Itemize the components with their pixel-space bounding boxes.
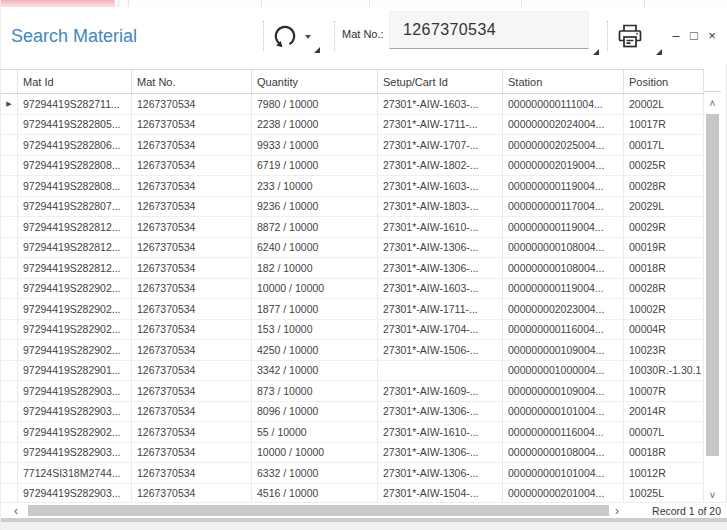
input-group-expand-icon[interactable] [593, 49, 599, 55]
row-selector-cell[interactable] [1, 238, 18, 259]
table-cell[interactable]: 1267370534 [132, 422, 252, 443]
table-cell[interactable]: 1267370534 [132, 402, 252, 423]
table-cell[interactable] [378, 361, 503, 382]
table-cell[interactable]: 00029R [624, 217, 704, 238]
table-cell[interactable]: 1267370534 [132, 443, 252, 464]
table-cell[interactable]: 1267370534 [132, 320, 252, 341]
table-cell[interactable]: 1267370534 [132, 238, 252, 259]
print-button[interactable] [616, 22, 644, 54]
row-selector-cell[interactable] [1, 197, 18, 218]
table-cell[interactable]: 1267370534 [132, 361, 252, 382]
table-cell[interactable]: 2238 / 10000 [252, 115, 378, 136]
table-cell[interactable]: 97294419S282902... [18, 320, 132, 341]
table-cell[interactable]: 10023R [624, 340, 704, 361]
table-cell[interactable]: 00025R [624, 156, 704, 177]
refresh-button[interactable] [273, 24, 297, 52]
table-cell[interactable]: 27301*-AIW-1603-... [378, 94, 503, 115]
table-cell[interactable]: 000000000109004... [503, 381, 624, 402]
table-row[interactable]: 97294419S282808...1267370534233 / 100002… [1, 176, 721, 197]
row-selector-cell[interactable] [1, 340, 18, 361]
scroll-down-icon[interactable]: ˅ [704, 488, 721, 502]
table-row[interactable]: 97294419S282903...12673705344516 / 10000… [1, 484, 721, 505]
table-cell[interactable]: 4250 / 10000 [252, 340, 378, 361]
column-header-station[interactable]: Station [503, 70, 624, 93]
table-cell[interactable]: 9933 / 10000 [252, 135, 378, 156]
table-cell[interactable]: 1267370534 [132, 135, 252, 156]
table-row[interactable]: 97294419S282902...12673705344250 / 10000… [1, 340, 721, 361]
table-cell[interactable]: 000000000119004... [503, 279, 624, 300]
close-button[interactable]: × [704, 25, 720, 45]
table-cell[interactable]: 97294419S282902... [18, 279, 132, 300]
table-cell[interactable]: 8096 / 10000 [252, 402, 378, 423]
table-row[interactable]: ▶97294419S282711...12673705347980 / 1000… [1, 94, 721, 115]
row-selector-cell[interactable] [1, 217, 18, 238]
table-cell[interactable]: 00019R [624, 238, 704, 259]
table-row[interactable]: 97294419S282903...126737053410000 / 1000… [1, 443, 721, 464]
table-cell[interactable]: 27301*-AIW-1306-... [378, 443, 503, 464]
row-selector-cell[interactable] [1, 484, 18, 505]
table-cell[interactable]: 20029L [624, 197, 704, 218]
column-header-mat-id[interactable]: Mat Id [18, 70, 132, 93]
table-cell[interactable]: 77124SI318M2744... [18, 463, 132, 484]
table-cell[interactable]: 97294419S282902... [18, 299, 132, 320]
row-selector-cell[interactable] [1, 443, 18, 464]
table-row[interactable]: 97294419S282812...12673705348872 / 10000… [1, 217, 721, 238]
row-selector-cell[interactable] [1, 176, 18, 197]
vertical-scroll-thumb[interactable] [706, 114, 719, 456]
table-cell[interactable]: 1267370534 [132, 115, 252, 136]
table-cell[interactable]: 10000 / 10000 [252, 443, 378, 464]
table-cell[interactable]: 97294419S282812... [18, 258, 132, 279]
table-cell[interactable]: 1267370534 [132, 279, 252, 300]
vertical-scrollbar[interactable]: ˄ ˅ [704, 69, 721, 502]
table-row[interactable]: 97294419S282902...126737053410000 / 1000… [1, 279, 721, 300]
table-cell[interactable]: 10012R [624, 463, 704, 484]
row-selector-cell[interactable] [1, 156, 18, 177]
table-cell[interactable]: 000000000101004... [503, 402, 624, 423]
table-cell[interactable]: 27301*-AIW-1610-... [378, 217, 503, 238]
table-cell[interactable]: 000000000116004... [503, 422, 624, 443]
table-row[interactable]: 97294419S282903...12673705348096 / 10000… [1, 402, 721, 423]
table-cell[interactable]: 10030R.-1.30.1 [624, 361, 704, 382]
table-cell[interactable]: 1267370534 [132, 94, 252, 115]
table-cell[interactable]: 3342 / 10000 [252, 361, 378, 382]
table-cell[interactable]: 97294419S282807... [18, 197, 132, 218]
table-cell[interactable]: 00004R [624, 320, 704, 341]
table-cell[interactable]: 27301*-AIW-1711-... [378, 299, 503, 320]
table-cell[interactable]: 55 / 10000 [252, 422, 378, 443]
table-cell[interactable]: 6332 / 10000 [252, 463, 378, 484]
table-row[interactable]: 97294419S282807...12673705349236 / 10000… [1, 197, 721, 218]
table-cell[interactable]: 1267370534 [132, 217, 252, 238]
table-cell[interactable]: 97294419S282806... [18, 135, 132, 156]
table-cell[interactable]: 000000000119004... [503, 176, 624, 197]
table-cell[interactable]: 97294419S282902... [18, 340, 132, 361]
row-selector-cell[interactable] [1, 299, 18, 320]
table-row[interactable]: 97294419S282902...1267370534153 / 100002… [1, 320, 721, 341]
table-cell[interactable]: 97294419S282805... [18, 115, 132, 136]
table-cell[interactable]: 182 / 10000 [252, 258, 378, 279]
table-cell[interactable]: 27301*-AIW-1306-... [378, 238, 503, 259]
table-row[interactable]: 97294419S282902...126737053455 / 1000027… [1, 422, 721, 443]
table-cell[interactable]: 20002L [624, 94, 704, 115]
row-selector-cell[interactable] [1, 361, 18, 382]
table-row[interactable]: 97294419S282901...12673705343342 / 10000… [1, 361, 721, 382]
table-cell[interactable]: 4516 / 10000 [252, 484, 378, 505]
table-cell[interactable]: 1267370534 [132, 258, 252, 279]
table-cell[interactable]: 233 / 10000 [252, 176, 378, 197]
table-row[interactable]: 97294419S282805...12673705342238 / 10000… [1, 115, 721, 136]
print-group-expand-icon[interactable] [656, 49, 662, 55]
table-cell[interactable]: 00028R [624, 279, 704, 300]
row-selector-cell[interactable] [1, 135, 18, 156]
table-cell[interactable]: 1267370534 [132, 463, 252, 484]
table-cell[interactable]: 27301*-AIW-1704-... [378, 320, 503, 341]
table-cell[interactable]: 1267370534 [132, 176, 252, 197]
table-cell[interactable]: 000000000117004... [503, 197, 624, 218]
table-cell[interactable]: 6719 / 10000 [252, 156, 378, 177]
table-cell[interactable]: 27301*-AIW-1306-... [378, 463, 503, 484]
horizontal-scroll-thumb[interactable] [28, 505, 609, 516]
horizontal-scrollbar[interactable]: ‹ › Record 1 of 20 [1, 502, 727, 518]
table-row[interactable]: 97294419S282812...12673705346240 / 10000… [1, 238, 721, 259]
table-cell[interactable]: 27301*-AIW-1306-... [378, 402, 503, 423]
table-cell[interactable]: 97294419S282808... [18, 176, 132, 197]
table-cell[interactable]: 000000000108004... [503, 258, 624, 279]
row-selector-cell[interactable] [1, 115, 18, 136]
